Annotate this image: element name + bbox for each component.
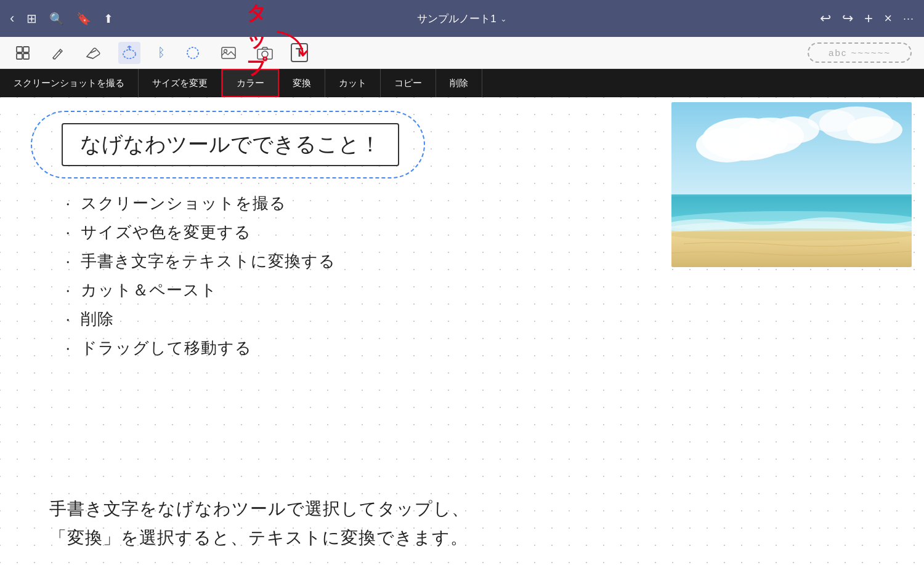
cut-button[interactable]: カット — [325, 69, 381, 97]
list-item: ・ ドラッグして移動する — [62, 337, 336, 359]
list-item: ・ スクリーンショットを撮る — [62, 193, 336, 214]
notebook-title-area[interactable]: サンプルノート1 ⌄ — [417, 12, 506, 26]
undo-button[interactable]: ↩ — [820, 10, 831, 26]
bottom-text-line1: 手書き文字をなげなわツールで選択してタップし、 — [49, 494, 469, 524]
pages-icon[interactable]: ⊞ — [26, 11, 37, 26]
bullet-list: ・ スクリーンショットを撮る ・ サイズや色を変更する ・ 手書き文字をテキスト… — [62, 193, 336, 366]
title-text-box: なげなわツールでできること！ — [62, 123, 399, 166]
bookmark-icon[interactable]: 🔖 — [76, 12, 91, 26]
list-item: ・ 削除 — [62, 308, 336, 330]
pages-tool-icon[interactable] — [12, 42, 33, 63]
notebook-title: サンプルノート1 — [417, 12, 496, 26]
list-item: ・ サイズや色を変更する — [62, 222, 336, 243]
screenshot-button[interactable]: スクリーンショットを撮る — [0, 69, 139, 97]
resize-button[interactable]: サイズを変更 — [139, 69, 222, 97]
note-canvas: なげなわツールでできること！ ・ スクリーンショットを撮る ・ サイズや色を変更… — [0, 97, 924, 565]
share-icon[interactable]: ⬆ — [103, 12, 113, 26]
list-item: ・ 手書き文字をテキストに変換する — [62, 250, 336, 272]
color-button[interactable]: カラー — [222, 69, 279, 97]
svg-point-16 — [847, 116, 902, 143]
text-tool-icon[interactable]: T — [291, 43, 308, 62]
header-left-controls: ‹ ⊞ 🔍 🔖 ⬆ — [10, 10, 113, 26]
svg-point-9 — [262, 51, 268, 57]
beach-image — [671, 102, 912, 267]
lasso-circle-icon[interactable] — [182, 42, 203, 63]
add-button[interactable]: + — [864, 10, 873, 27]
convert-button[interactable]: 変換 — [279, 69, 325, 97]
close-button[interactable]: × — [884, 10, 892, 26]
eraser-tool-icon[interactable] — [83, 43, 103, 63]
bottom-text-line2: 「変換」を選択すると、テキストに変換できます。 — [49, 523, 469, 553]
bluetooth-icon[interactable]: ᛒ — [155, 43, 168, 62]
toolbar-icons-row: ᛒ T abc ~~~~~~ — [0, 37, 924, 69]
copy-button[interactable]: コピー — [381, 69, 436, 97]
list-item: ・ カット＆ペースト — [62, 279, 336, 301]
back-button[interactable]: ‹ — [10, 10, 14, 26]
svg-point-22 — [671, 228, 912, 241]
svg-rect-1 — [23, 47, 29, 52]
lasso-tool-icon[interactable] — [118, 42, 140, 64]
camera-tool-icon[interactable] — [254, 43, 276, 63]
context-menu-bar: スクリーンショットを撮る サイズを変更 カラー 変換 カット コピー 削除 — [0, 69, 924, 97]
delete-button[interactable]: 削除 — [436, 69, 482, 97]
svg-rect-3 — [23, 54, 29, 59]
title-chevron: ⌄ — [500, 14, 507, 23]
image-tool-icon[interactable] — [218, 44, 239, 62]
redo-button[interactable]: ↪ — [842, 10, 853, 26]
svg-rect-2 — [17, 54, 22, 59]
search-icon[interactable]: 🔍 — [49, 12, 64, 26]
svg-point-7 — [224, 49, 227, 52]
text-placeholder: abc ~~~~~~ — [808, 42, 912, 63]
more-button[interactable]: ··· — [903, 12, 914, 25]
bottom-handwriting-text: 手書き文字をなげなわツールで選択してタップし、 「変換」を選択すると、テキストに… — [49, 494, 469, 553]
app-header: ‹ ⊞ 🔍 🔖 ⬆ サンプルノート1 ⌄ ↩ ↪ + × ··· — [0, 0, 924, 37]
header-right-controls: ↩ ↪ + × ··· — [820, 10, 914, 27]
pen-tool-icon[interactable] — [48, 43, 68, 63]
svg-point-17 — [808, 110, 855, 132]
svg-rect-0 — [17, 47, 22, 52]
svg-point-4 — [123, 50, 136, 58]
svg-point-5 — [187, 47, 198, 58]
